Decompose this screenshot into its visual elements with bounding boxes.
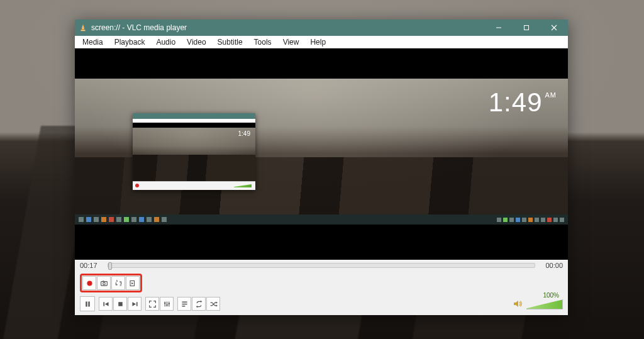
svg-rect-16 [168, 303, 169, 304]
nested-vlc-window: 1:49 [133, 113, 255, 190]
pause-button[interactable] [80, 296, 95, 311]
fullscreen-button[interactable] [145, 297, 159, 311]
time-elapsed[interactable]: 00:17 [80, 262, 103, 269]
close-icon [551, 25, 557, 31]
svg-rect-12 [118, 302, 123, 306]
svg-text:A: A [116, 279, 118, 282]
vlc-cone-icon [79, 23, 87, 32]
next-icon [131, 300, 139, 308]
svg-rect-9 [86, 301, 87, 306]
stop-button[interactable] [113, 297, 127, 311]
svg-rect-5 [103, 281, 104, 282]
svg-rect-1 [525, 26, 529, 30]
maximize-button[interactable] [513, 19, 540, 36]
shuffle-icon [209, 300, 218, 308]
menu-audio[interactable]: Audio [151, 36, 180, 48]
menu-subtitle[interactable]: Subtitle [213, 36, 248, 48]
menu-media[interactable]: Media [77, 36, 108, 48]
pause-icon [84, 300, 92, 308]
clock-time: 1:49 [489, 87, 543, 118]
volume-control: 100% [513, 298, 563, 309]
minimize-button[interactable] [485, 19, 513, 36]
svg-rect-0 [81, 30, 86, 31]
loop-ab-button[interactable]: AB [111, 276, 125, 290]
clock-ampm: AM [545, 91, 557, 99]
record-button[interactable] [82, 276, 96, 290]
volume-slider[interactable] [526, 298, 563, 309]
close-button[interactable] [540, 19, 568, 36]
maximize-icon [523, 25, 530, 31]
nested-record-icon [135, 184, 139, 187]
svg-text:B: B [119, 283, 121, 286]
fullscreen-icon [148, 300, 157, 308]
svg-rect-15 [166, 304, 167, 306]
frame-step-button[interactable] [126, 276, 140, 290]
video-area[interactable]: 1:49 AM 1:49 [75, 48, 568, 260]
svg-rect-13 [136, 302, 137, 306]
snapshot-button[interactable] [97, 276, 111, 290]
previous-icon [102, 300, 110, 308]
volume-percent: 100% [543, 292, 559, 299]
previous-button[interactable] [99, 297, 113, 311]
playlist-button[interactable] [177, 297, 191, 311]
shuffle-button[interactable] [206, 297, 220, 311]
loop-ab-icon: AB [114, 279, 123, 287]
snapshot-icon [100, 279, 108, 287]
menu-video[interactable]: Video [182, 36, 211, 48]
menu-help[interactable]: Help [305, 36, 331, 48]
svg-point-4 [103, 282, 105, 285]
svg-rect-10 [88, 301, 89, 306]
speaker-icon[interactable] [513, 299, 523, 309]
frame-step-icon [129, 279, 137, 287]
extended-settings-button[interactable] [160, 297, 174, 311]
time-remaining[interactable]: 00:00 [540, 262, 563, 269]
minimize-icon [496, 25, 502, 31]
svg-point-2 [87, 281, 92, 286]
controls-panel: 00:17 00:00 AB [75, 260, 568, 315]
playlist-icon [180, 300, 189, 308]
vlc-window: screen:// - VLC media player Media Playb… [75, 19, 568, 315]
titlebar[interactable]: screen:// - VLC media player [75, 19, 568, 36]
menu-tools[interactable]: Tools [249, 36, 277, 48]
svg-rect-14 [164, 303, 165, 304]
window-title: screen:// - VLC media player [91, 23, 187, 32]
captured-taskbar [75, 214, 568, 225]
next-button[interactable] [128, 297, 142, 311]
menu-playback[interactable]: Playback [109, 36, 150, 48]
svg-rect-11 [103, 302, 104, 306]
menubar: Media Playback Audio Video Subtitle Tool… [75, 36, 568, 48]
menu-view[interactable]: View [278, 36, 304, 48]
advanced-controls-highlight: AB [80, 274, 142, 292]
seek-slider[interactable] [108, 263, 535, 268]
stop-icon [116, 300, 125, 308]
desktop-clock: 1:49 AM [489, 87, 557, 118]
record-icon [86, 279, 94, 287]
loop-button[interactable] [192, 297, 206, 311]
nested-clock: 1:49 [238, 130, 250, 137]
loop-icon [195, 300, 203, 308]
extended-settings-icon [163, 300, 171, 308]
